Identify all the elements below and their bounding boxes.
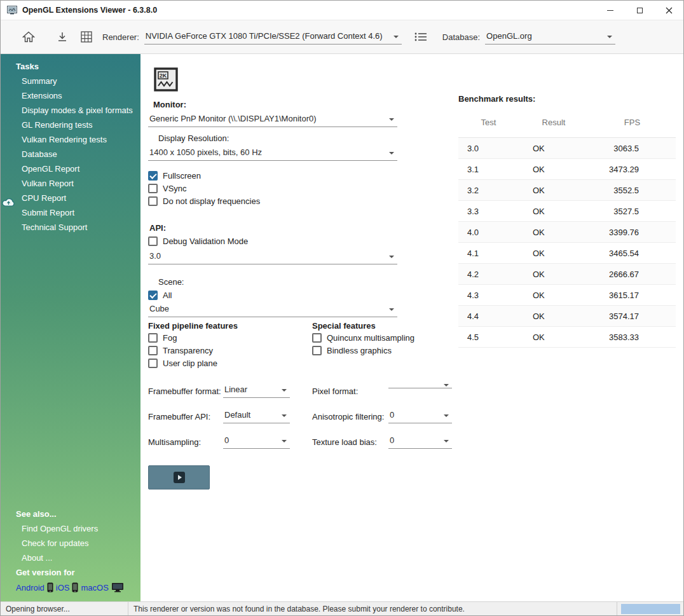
sidebar-item[interactable]: Summary [1, 74, 140, 88]
progress-bar [621, 604, 680, 614]
minimize-icon [607, 10, 613, 11]
resolution-select[interactable]: 1400 x 1050 pixels, bits, 60 Hz [148, 146, 397, 161]
fog-checkbox[interactable]: Fog [148, 332, 312, 343]
benchmark-title: Benchmark results: [458, 94, 676, 104]
status-message: This renderer or version was not found i… [128, 602, 617, 615]
renderer-grid-button[interactable] [77, 27, 96, 46]
sidebar-item[interactable]: Vulkan Report [1, 176, 140, 191]
renderer-select[interactable]: NVIDIA GeForce GTX 1080 Ti/PCIe/SSE2 (Fo… [144, 29, 402, 44]
col-result: Result [519, 118, 589, 127]
result-cell: OK [519, 186, 589, 195]
monitor-label: Monitor: [153, 100, 453, 109]
col-test: Test [458, 118, 519, 127]
api-version-select[interactable]: 3.0 [148, 249, 397, 264]
framebuffer-api-select[interactable]: Default [223, 408, 290, 423]
vsync-checkbox[interactable]: VSync [148, 182, 453, 194]
benchmark-row: 4.5 OK 3583.33 [458, 327, 676, 348]
list-button[interactable] [411, 28, 431, 46]
sidebar-item[interactable]: Database [1, 147, 140, 161]
sidebar-item[interactable]: GL Rendering tests [1, 118, 140, 132]
sidebar-item[interactable]: Display modes & pixel formats [1, 103, 140, 118]
titlebar: OpenGL Extensions Viewer - 6.3.8.0 [1, 1, 683, 20]
maximize-button[interactable] [625, 1, 654, 20]
fullscreen-checkbox[interactable]: Fullscreen [148, 170, 453, 181]
debug-validation-checkbox[interactable]: Debug Validation Mode [148, 235, 453, 247]
database-select[interactable]: OpenGL.org [485, 29, 615, 44]
macos-link[interactable]: macOS [81, 583, 108, 592]
test-cell: 4.3 [458, 291, 519, 300]
no-frequencies-checkbox[interactable]: Do not display frequencies [148, 195, 453, 207]
test-cell: 3.0 [458, 144, 519, 153]
framebuffer-api-label: Framebuffer API: [148, 412, 210, 421]
benchmark-row: 4.1 OK 3465.54 [458, 243, 676, 264]
special-features-header: Special features [312, 321, 453, 331]
scene-label: Scene: [158, 277, 453, 287]
test-cell: 3.2 [458, 186, 519, 195]
get-version-header: Get version for [1, 565, 140, 580]
benchmark-row: 3.1 OK 3473.29 [458, 159, 676, 180]
transparency-checkbox[interactable]: Transparency [148, 345, 312, 356]
framebuffer-format-label: Framebuffer format: [148, 387, 221, 396]
cloud-icon [1, 197, 17, 209]
tasks-header: Tasks [1, 59, 140, 74]
benchmark-row: 4.2 OK 2666.67 [458, 264, 676, 285]
benchmark-row: 3.0 OK 3063.5 [458, 138, 676, 159]
minimize-button[interactable] [596, 1, 625, 20]
benchmark-row: 4.0 OK 3399.76 [458, 222, 676, 243]
result-cell: OK [519, 207, 589, 216]
close-button[interactable] [654, 1, 683, 20]
home-button[interactable] [18, 27, 39, 46]
test-cell: 4.0 [458, 228, 519, 237]
multisampling-select[interactable]: 0 [223, 434, 290, 449]
sidebar-item[interactable]: Extensions [1, 88, 140, 103]
fps-cell: 3615.17 [589, 291, 676, 300]
sidebar-item[interactable]: OpenGL Report [1, 161, 140, 176]
test-cell: 4.1 [458, 249, 519, 258]
list-icon [414, 32, 427, 42]
sidebar-link-item[interactable]: About ... [1, 551, 140, 565]
user-clip-plane-checkbox[interactable]: User clip plane [148, 357, 312, 369]
bindless-checkbox[interactable]: Bindless graphics [312, 345, 453, 356]
anisotropic-filtering-select[interactable]: 0 [388, 408, 452, 423]
api-version-value: 3.0 [149, 251, 161, 261]
monitor-select[interactable]: Generic PnP Monitor (\\.\DISPLAY1\Monito… [148, 112, 397, 127]
sidebar-item[interactable]: Vulkan Rendering tests [1, 132, 140, 147]
framebuffer-format-select[interactable]: Linear [223, 383, 290, 398]
anisotropic-filtering-label: Anisotropic filtering: [312, 412, 384, 421]
play-icon [173, 471, 186, 484]
fps-cell: 3583.33 [589, 332, 676, 342]
test-cell: 3.1 [458, 165, 519, 174]
pixel-format-select[interactable] [388, 383, 452, 388]
test-cell: 4.5 [458, 332, 519, 342]
window-title: OpenGL Extensions Viewer - 6.3.8.0 [22, 6, 157, 15]
scene-all-checkbox[interactable]: All [148, 289, 453, 301]
quincunx-checkbox[interactable]: Quincunx multisampling [312, 332, 453, 343]
android-link[interactable]: Android [16, 583, 44, 592]
texture-load-bias-select[interactable]: 0 [388, 434, 452, 449]
settings-panel: 2K Monitor: Generic PnP Monitor (\\.\DIS… [148, 54, 453, 489]
database-label: Database: [442, 32, 480, 42]
download-button[interactable] [53, 27, 72, 46]
checkbox-box [148, 333, 158, 343]
grid-icon [81, 31, 92, 43]
checkbox-box [312, 346, 322, 355]
sidebar-item[interactable]: Technical Support [1, 220, 140, 235]
fps-cell: 3465.54 [589, 249, 676, 258]
benchmark-panel: Benchmark results: Test Result FPS 3.0 O… [458, 94, 676, 348]
scene-select[interactable]: Cube [148, 302, 397, 317]
result-cell: OK [519, 311, 589, 321]
sidebar-link-item[interactable]: Check for updates [1, 536, 140, 551]
sidebar-item[interactable]: Submit Report [1, 205, 140, 220]
sidebar-item[interactable]: CPU Report [1, 191, 140, 205]
checkbox-box [148, 184, 158, 193]
renderer-value: NVIDIA GeForce GTX 1080 Ti/PCIe/SSE2 (Fo… [146, 31, 383, 41]
result-cell: OK [519, 332, 589, 342]
sidebar-link-item[interactable]: Find OpenGL drivers [1, 521, 140, 536]
phone-icon [47, 582, 53, 592]
col-fps: FPS [589, 118, 676, 127]
test-cell: 3.3 [458, 207, 519, 216]
ios-link[interactable]: iOS [56, 583, 70, 592]
fps-cell: 3574.17 [589, 311, 676, 321]
run-benchmark-button[interactable] [148, 465, 210, 489]
app-window: OpenGL Extensions Viewer - 6.3.8.0 [0, 0, 684, 616]
